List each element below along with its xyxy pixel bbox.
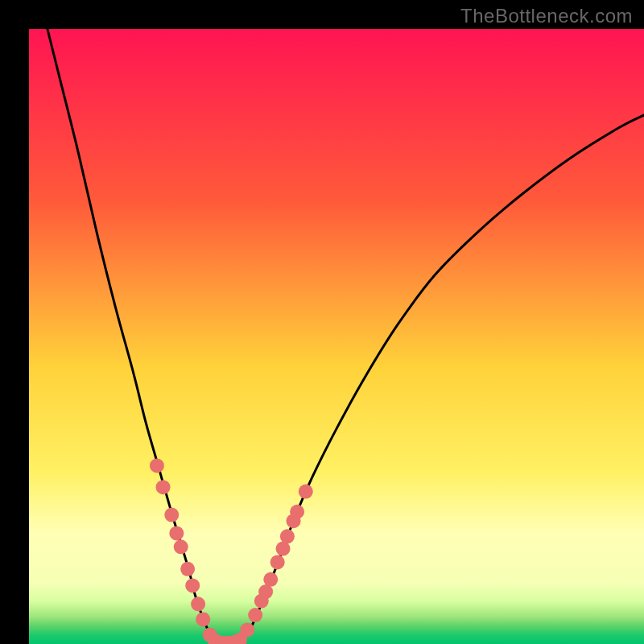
data-point bbox=[156, 480, 171, 494]
data-point bbox=[150, 458, 164, 473]
watermark-label: TheBottleneck.com bbox=[460, 5, 633, 27]
data-point bbox=[290, 505, 304, 519]
data-point bbox=[248, 608, 262, 622]
data-point bbox=[263, 572, 278, 587]
data-point bbox=[191, 597, 205, 611]
plot-background bbox=[29, 29, 644, 644]
data-point bbox=[240, 622, 254, 637]
data-point bbox=[185, 578, 200, 592]
data-point bbox=[180, 562, 195, 576]
data-point bbox=[196, 612, 210, 626]
data-point bbox=[174, 539, 188, 554]
data-point bbox=[280, 529, 295, 543]
data-point bbox=[276, 542, 291, 556]
data-point bbox=[164, 508, 179, 522]
data-point bbox=[169, 526, 184, 540]
data-point bbox=[270, 555, 285, 569]
bottleneck-chart bbox=[0, 0, 644, 644]
data-point bbox=[299, 485, 313, 499]
